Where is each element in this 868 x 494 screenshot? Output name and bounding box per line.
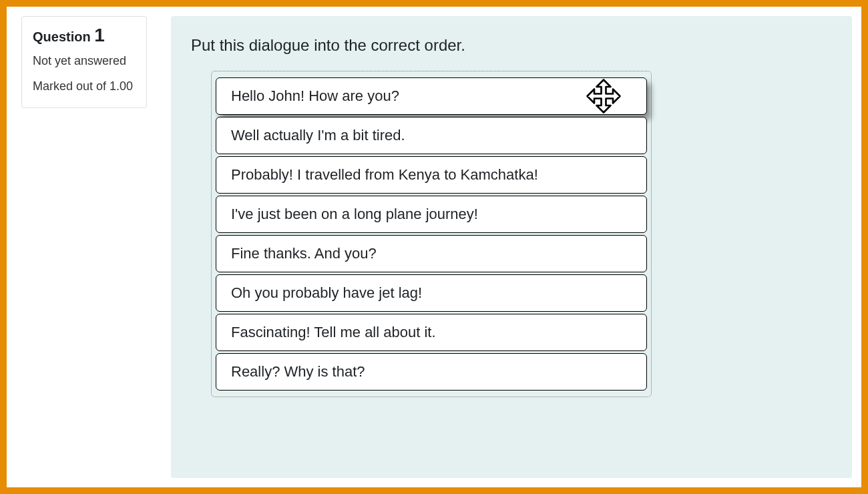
question-status: Not yet answered — [33, 53, 136, 69]
question-content-card: Put this dialogue into the correct order… — [171, 16, 852, 478]
ordering-item[interactable]: Oh you probably have jet lag! — [216, 274, 647, 312]
move-icon — [585, 77, 622, 115]
ordering-item-text: Oh you probably have jet lag! — [231, 284, 422, 301]
ordering-item-text: Hello John! How are you? — [231, 87, 399, 104]
ordering-item[interactable]: Fine thanks. And you? — [216, 235, 647, 272]
question-heading: Question 1 — [33, 26, 136, 45]
ordering-item-text: Fascinating! Tell me all about it. — [231, 324, 436, 340]
ordering-item-text: Really? Why is that? — [231, 363, 365, 380]
page-frame: Question 1 Not yet answered Marked out o… — [0, 0, 868, 494]
question-info-card: Question 1 Not yet answered Marked out o… — [21, 16, 147, 108]
question-label: Question — [33, 29, 91, 44]
ordering-item-text: Probably! I travelled from Kenya to Kamc… — [231, 166, 538, 183]
ordering-item[interactable]: Well actually I'm a bit tired. — [216, 117, 647, 154]
ordering-item[interactable]: Hello John! How are you? — [216, 77, 647, 115]
question-prompt: Put this dialogue into the correct order… — [191, 36, 832, 55]
ordering-item-text: Well actually I'm a bit tired. — [231, 127, 405, 144]
ordering-item[interactable]: I've just been on a long plane journey! — [216, 196, 647, 233]
ordering-item[interactable]: Probably! I travelled from Kenya to Kamc… — [216, 156, 647, 194]
question-marks: Marked out of 1.00 — [33, 77, 136, 95]
ordering-item[interactable]: Fascinating! Tell me all about it. — [216, 314, 647, 351]
question-number: 1 — [94, 25, 105, 45]
ordering-item-text: I've just been on a long plane journey! — [231, 206, 478, 222]
ordering-dropzone[interactable]: Hello John! How are you? Well actually I… — [211, 71, 652, 397]
ordering-item[interactable]: Really? Why is that? — [216, 353, 647, 391]
ordering-item-text: Fine thanks. And you? — [231, 245, 377, 262]
